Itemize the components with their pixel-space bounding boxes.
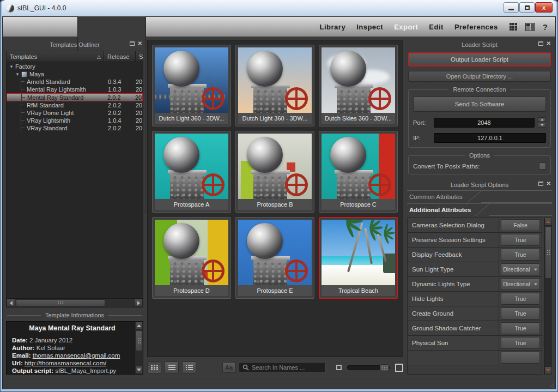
tree-guide-line xyxy=(21,78,27,86)
float-panel-icon[interactable] xyxy=(538,182,543,186)
help-icon[interactable]: ? xyxy=(543,22,548,32)
ibl-set-protospace-b[interactable]: Protospace B xyxy=(235,131,314,213)
scroll-down-icon[interactable] xyxy=(135,366,143,374)
spin-up-icon[interactable] xyxy=(538,117,546,122)
tree-item-arnold-standard[interactable]: Arnold Standard0.3.420 xyxy=(7,78,143,86)
attribute-toggle-button[interactable]: True xyxy=(501,337,540,349)
tree-horizontal-scrollbar[interactable] xyxy=(7,298,143,307)
zoom-in-icon[interactable] xyxy=(395,364,403,372)
thumbnails-size-slider[interactable] xyxy=(347,365,390,370)
menu-export[interactable]: Export xyxy=(394,23,418,31)
item-release: 2.0.2 xyxy=(104,102,136,108)
column-header-software[interactable]: S xyxy=(136,51,143,62)
attribute-toggle-button[interactable]: True xyxy=(501,307,540,319)
open-output-directory-button[interactable]: Open Output Directory ... xyxy=(408,71,551,82)
ibl-set-protospace-a[interactable]: Protospace A xyxy=(152,131,231,213)
details-view-button[interactable] xyxy=(182,361,196,373)
search-field[interactable]: Search In Names ... xyxy=(239,362,326,373)
attribute-dropdown[interactable]: Directional xyxy=(501,263,540,275)
expander-icon[interactable]: ▼ xyxy=(15,72,20,77)
palm-tree xyxy=(384,233,385,262)
case-sensitivity-button[interactable]: Aa xyxy=(222,362,235,373)
application-window: sIBL_GUI - 4.0.0 x hdrlabs sIBL GUI 4 Li… xyxy=(0,0,558,392)
expander-icon[interactable]: ▼ xyxy=(9,64,14,69)
attribute-dropdown[interactable]: Directional xyxy=(501,278,540,290)
port-input[interactable]: 2048 xyxy=(434,118,535,128)
tree-item-vray-lightsmith[interactable]: VRay Lightsmith1.0.420 xyxy=(7,117,143,124)
ibl-set-dutch-light-360-3dw[interactable]: Dutch Light 360 - 3DW... xyxy=(152,45,231,126)
tree-item-factory[interactable]: ▼Factory xyxy=(7,63,143,70)
tree-item-vray-dome-light[interactable]: VRay Dome Light2.0.220 xyxy=(7,109,143,117)
close-panel-icon[interactable]: ✕ xyxy=(547,181,551,186)
tree-item-vray-standard[interactable]: VRay Standard2.0.220 xyxy=(7,124,143,132)
ibl-set-protospace-d[interactable]: Protospace D xyxy=(152,217,231,299)
titlebar[interactable]: sIBL_GUI - 4.0.0 x xyxy=(2,0,556,16)
attribute-value-text: Directional xyxy=(503,266,530,273)
ibl-set-dutch-light-360-3dw[interactable]: Dutch Light 360 - 3DW... xyxy=(235,45,314,126)
column-header-templates[interactable]: Templates △ xyxy=(7,51,104,62)
minimize-button[interactable] xyxy=(504,2,519,13)
section-additional-attributes[interactable]: Additional Attributes xyxy=(407,203,552,216)
scroll-down-icon[interactable] xyxy=(544,366,552,375)
tree-item-rfm-standard[interactable]: RfM Standard2.0.220 xyxy=(7,101,143,109)
close-panel-icon[interactable]: ✕ xyxy=(547,41,551,46)
send-to-software-button[interactable]: Send To Software xyxy=(413,97,546,112)
zoom-out-icon[interactable] xyxy=(336,365,342,370)
attribute-row: Display FeedbackTrue xyxy=(408,248,542,262)
spin-down-icon[interactable] xyxy=(538,123,546,128)
slider-handle[interactable] xyxy=(380,364,389,371)
tree-item-name: VRay Lightsmith xyxy=(7,117,104,124)
attribute-sections: Common AttributesAdditional Attributes xyxy=(407,190,552,216)
attribute-toggle-button[interactable] xyxy=(501,352,540,364)
close-button[interactable]: x xyxy=(535,2,553,13)
float-panel-icon[interactable] xyxy=(130,41,135,46)
attribute-toggle-button[interactable]: True xyxy=(501,249,540,261)
menu-library[interactable]: Library xyxy=(320,23,346,31)
layouts-icon[interactable] xyxy=(525,23,535,31)
menu-inspect[interactable]: Inspect xyxy=(356,23,383,31)
resize-grip[interactable] xyxy=(548,381,554,388)
thumbnails-view-button[interactable] xyxy=(147,361,161,373)
scroll-left-icon[interactable] xyxy=(7,299,15,307)
info-field: Output script: sIBL_Maya_Import.py xyxy=(12,367,132,374)
ibl-set-protospace-e[interactable]: Protospace E xyxy=(235,217,314,299)
float-panel-icon[interactable] xyxy=(538,41,543,46)
attribute-value: True xyxy=(499,306,542,321)
scroll-up-icon[interactable] xyxy=(135,322,143,330)
convert-posix-checkbox[interactable] xyxy=(539,162,546,170)
attributes-scrollbar[interactable] xyxy=(544,218,552,375)
ip-input[interactable]: 127.0.0.1 xyxy=(434,133,546,143)
info-vertical-scrollbar[interactable] xyxy=(135,322,143,374)
chrome-ball xyxy=(163,51,199,87)
column-header-release[interactable]: Release xyxy=(104,51,136,62)
scrollbar-thumb[interactable] xyxy=(16,299,105,306)
info-link[interactable]: thomas.mansencal@gmail.com xyxy=(33,352,120,359)
menu-preferences[interactable]: Preferences xyxy=(454,23,498,31)
tree-guide-line xyxy=(21,86,27,93)
section-common-attributes[interactable]: Common Attributes xyxy=(407,190,552,203)
menu-edit[interactable]: Edit xyxy=(429,23,444,31)
scroll-right-icon[interactable] xyxy=(134,299,143,307)
ibl-set-tropical-beach[interactable]: Tropical Beach xyxy=(319,217,398,299)
red-valve-wheel xyxy=(202,173,225,196)
attribute-toggle-button[interactable]: True xyxy=(501,322,540,334)
components-icon[interactable] xyxy=(509,22,518,31)
scroll-up-icon[interactable] xyxy=(544,218,552,226)
close-panel-icon[interactable]: ✕ xyxy=(138,41,142,46)
attribute-toggle-button[interactable]: True xyxy=(501,293,540,305)
scrollbar-thumb[interactable] xyxy=(136,330,142,351)
item-software: 20 xyxy=(136,102,143,108)
ibl-set-protospace-c[interactable]: Protospace C xyxy=(319,131,398,213)
tree-item-mental-ray-lightsmith[interactable]: Mental Ray Lightsmith1.0.320 xyxy=(7,86,143,93)
scrollbar-thumb[interactable] xyxy=(545,226,551,279)
tree-item-maya[interactable]: ▼Maya xyxy=(7,70,143,78)
info-link[interactable]: http://thomasmansencal.com/ xyxy=(25,360,106,366)
info-value: 2 January 2012 xyxy=(29,337,72,343)
ibl-set-dutch-skies-360-3dw[interactable]: Dutch Skies 360 - 3DW... xyxy=(319,45,398,126)
maximize-button[interactable] xyxy=(519,2,535,13)
tree-item-mental-ray-standard[interactable]: Mental Ray Standard2.0.220 xyxy=(7,93,143,101)
columns-view-button[interactable] xyxy=(165,361,179,373)
attribute-toggle-button[interactable]: True xyxy=(501,234,540,246)
output-loader-script-button[interactable]: Output Loader Script xyxy=(408,52,551,67)
attribute-toggle-button[interactable]: False xyxy=(501,219,540,231)
